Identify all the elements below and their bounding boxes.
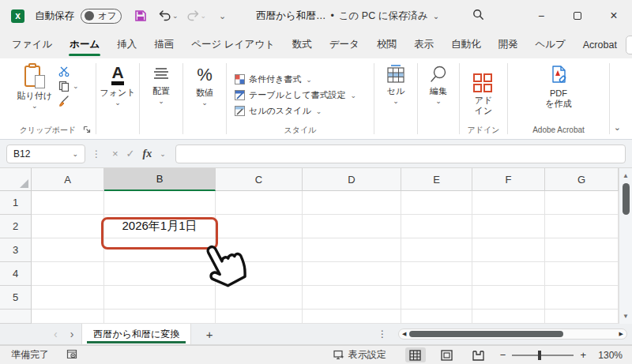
cell-b5[interactable]	[104, 286, 216, 310]
column-header-e[interactable]: E	[401, 168, 472, 191]
tab-home[interactable]: ホーム	[61, 32, 108, 58]
scroll-down-icon[interactable]: ▼	[623, 311, 629, 324]
cell-d1[interactable]	[303, 191, 401, 215]
sheet-next-icon[interactable]: ›	[70, 328, 74, 340]
insert-function-button[interactable]: fx	[143, 148, 152, 160]
tab-acrobat[interactable]: Acrobat	[574, 34, 626, 57]
tab-draw[interactable]: 描画	[145, 32, 182, 58]
cell-a2[interactable]	[32, 215, 104, 238]
paste-dropdown-icon[interactable]: ⌄	[32, 103, 38, 108]
format-painter-button[interactable]	[58, 96, 79, 107]
cell-g1[interactable]	[545, 191, 619, 215]
cells-menu-button[interactable]: セル ⌄	[386, 65, 406, 103]
sheet-prev-icon[interactable]: ‹	[54, 328, 58, 340]
cell-g6[interactable]	[545, 310, 619, 324]
cell-e2[interactable]	[401, 215, 472, 238]
comments-button[interactable]	[626, 36, 632, 54]
save-button[interactable]	[134, 9, 147, 22]
font-menu-button[interactable]: A フォント ⌄	[100, 65, 135, 105]
document-title[interactable]: 西暦から和暦… • この PC に保存済み ⌄	[256, 9, 439, 23]
number-menu-button[interactable]: % 数値 ⌄	[196, 65, 213, 105]
collapse-ribbon-icon[interactable]: ⌄	[614, 122, 621, 133]
tab-help[interactable]: ヘルプ	[526, 32, 574, 58]
name-box-dropdown-icon[interactable]: ⌄	[72, 150, 78, 158]
zoom-out-button[interactable]: −	[500, 349, 506, 361]
cell-b4[interactable]	[104, 262, 216, 286]
cell-g3[interactable]	[545, 238, 619, 262]
cell-f3[interactable]	[472, 238, 545, 262]
cell-c1[interactable]	[216, 191, 303, 215]
create-pdf-button[interactable]: PDF を作成	[545, 65, 571, 109]
clipboard-dialog-launcher[interactable]	[83, 122, 91, 137]
excel-app-icon[interactable]: x	[11, 9, 24, 23]
formula-bar-resize-handle[interactable]: ⋮	[92, 148, 101, 159]
tab-data[interactable]: データ	[321, 32, 368, 58]
cell-b6[interactable]	[104, 310, 216, 324]
cell-c2[interactable]	[216, 215, 303, 238]
name-box[interactable]: B12 ⌄	[6, 144, 85, 163]
editing-menu-button[interactable]: 編集 ⌄	[429, 65, 448, 103]
cell-e6[interactable]	[401, 310, 472, 324]
row-header-4[interactable]: 4	[0, 262, 32, 286]
paste-button[interactable]: 貼り付け ⌄	[17, 65, 52, 108]
row-header-2[interactable]: 2	[0, 215, 32, 238]
copy-dropdown-icon[interactable]: ⌄	[73, 82, 79, 90]
format-as-table-button[interactable]: テーブルとして書式設定 ⌄	[235, 89, 356, 101]
autosave-toggle[interactable]: オフ	[81, 9, 122, 24]
undo-button[interactable]: ⌄	[158, 9, 179, 22]
confirm-entry-button[interactable]: ✓	[126, 148, 135, 159]
cell-e1[interactable]	[401, 191, 472, 215]
cell-e4[interactable]	[401, 262, 472, 286]
cell-d6[interactable]	[303, 310, 401, 324]
row-header-6[interactable]	[0, 310, 32, 324]
cell-e5[interactable]	[401, 286, 472, 310]
title-dropdown-icon[interactable]: ⌄	[433, 12, 439, 21]
maximize-button[interactable]	[559, 0, 596, 32]
cell-f4[interactable]	[472, 262, 545, 286]
cell-a4[interactable]	[32, 262, 104, 286]
cell-a3[interactable]	[32, 238, 104, 262]
sheet-tab-active[interactable]: 西暦から和暦に変換	[81, 324, 191, 344]
cell-styles-button[interactable]: セルのスタイル ⌄	[235, 105, 322, 117]
tab-developer[interactable]: 開発	[489, 32, 526, 58]
tab-view[interactable]: 表示	[405, 32, 442, 58]
scroll-left-icon[interactable]: ◀	[402, 331, 406, 337]
tab-review[interactable]: 校閲	[368, 32, 405, 58]
cell-f2[interactable]	[472, 215, 545, 238]
minimize-button[interactable]: −	[523, 0, 559, 32]
cell-g4[interactable]	[545, 262, 619, 286]
vertical-scrollbar[interactable]: ▲ ▼	[619, 168, 632, 324]
macro-record-button[interactable]	[66, 349, 77, 362]
page-layout-view-button[interactable]	[437, 347, 457, 362]
copy-button[interactable]: ⌄	[58, 81, 79, 92]
search-button[interactable]	[472, 9, 484, 23]
alignment-menu-button[interactable]: 配置 ⌄	[152, 65, 171, 103]
redo-dropdown-icon[interactable]: ⌄	[201, 12, 207, 20]
cell-d4[interactable]	[303, 262, 401, 286]
tab-page-layout[interactable]: ページ レイアウト	[182, 32, 284, 58]
cell-c4[interactable]	[216, 262, 303, 286]
display-settings-button[interactable]: 表示設定	[333, 348, 386, 362]
quick-access-customize-icon[interactable]: ⌄	[219, 11, 226, 21]
page-break-preview-button[interactable]	[468, 347, 489, 362]
cell-a1[interactable]	[32, 191, 104, 215]
column-header-g[interactable]: G	[545, 168, 619, 191]
tab-file[interactable]: ファイル	[3, 32, 61, 58]
row-header-5[interactable]: 5	[0, 286, 32, 310]
horizontal-scrollbar-thumb[interactable]	[409, 331, 563, 337]
cell-c5[interactable]	[216, 286, 303, 310]
zoom-slider-thumb[interactable]	[538, 351, 541, 360]
cell-d3[interactable]	[303, 238, 401, 262]
close-button[interactable]: ×	[596, 0, 632, 32]
tab-insert[interactable]: 挿入	[108, 32, 145, 58]
tab-formulas[interactable]: 数式	[284, 32, 321, 58]
cell-b3[interactable]	[104, 238, 216, 262]
add-sheet-button[interactable]: +	[191, 324, 228, 344]
cell-a6[interactable]	[32, 310, 104, 324]
addins-button[interactable]: アド イン	[473, 73, 494, 116]
column-header-b[interactable]: B	[104, 168, 216, 191]
cut-button[interactable]	[58, 66, 79, 77]
zoom-level-label[interactable]: 130%	[592, 350, 623, 361]
cell-a5[interactable]	[32, 286, 104, 310]
cancel-entry-button[interactable]: ×	[112, 148, 118, 159]
